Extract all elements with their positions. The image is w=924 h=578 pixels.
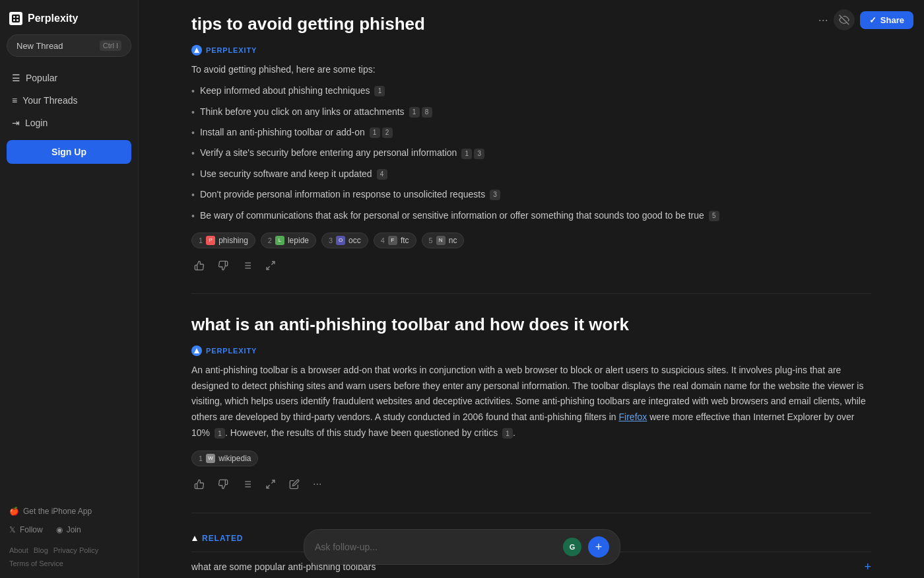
citation-badge: 8	[422, 107, 432, 118]
thread-1-intro: To avoid getting phished, here are some …	[191, 62, 871, 77]
eye-icon[interactable]	[834, 9, 855, 30]
wikipedia-favicon: W	[206, 454, 215, 463]
citation-badge: 1	[374, 86, 385, 96]
source-chip-lepide[interactable]: 2 L lepide	[261, 233, 316, 248]
followup-input[interactable]	[315, 542, 556, 552]
thread-1-list: Keep informed about phishing techniques …	[191, 83, 871, 223]
list-item: Think before you click on any links or a…	[191, 104, 871, 120]
edit-button[interactable]	[286, 476, 302, 492]
thread-1: tips to avoid getting phished PERPLEXITY…	[191, 13, 871, 294]
thread-2-source-label: PERPLEXITY	[206, 347, 257, 355]
thread-1-title: tips to avoid getting phished	[191, 13, 871, 36]
join-link[interactable]: ◉ Join	[53, 523, 84, 537]
related-label: RELATED	[202, 534, 244, 543]
popular-icon: ☰	[12, 73, 20, 83]
source-chip-occ[interactable]: 3 O occ	[321, 233, 368, 248]
firefox-link[interactable]: Firefox	[619, 412, 647, 422]
list-item: Don't provide personal information in re…	[191, 187, 871, 202]
related-plus-icon-1: +	[864, 560, 871, 574]
list-item: Keep informed about phishing techniques …	[191, 83, 871, 98]
privacy-link[interactable]: Privacy Policy	[53, 546, 98, 554]
sidebar-item-threads-label: Your Threads	[22, 95, 77, 106]
occ-favicon: O	[336, 236, 345, 245]
svg-rect-0	[12, 15, 20, 22]
new-thread-label: New Thread	[16, 41, 63, 51]
about-link[interactable]: About	[9, 546, 28, 554]
svg-line-19	[267, 485, 270, 488]
perplexity-icon-2	[191, 345, 202, 356]
perplexity-icon-1	[191, 45, 202, 55]
thread-2-actions: ···	[191, 476, 871, 493]
citation-badge: 3	[474, 149, 484, 159]
iphone-app-label: Get the iPhone App	[23, 507, 92, 516]
list-item: Be wary of communications that ask for p…	[191, 208, 871, 223]
more-options-button[interactable]: ···	[818, 13, 828, 27]
citation-badge: 1	[502, 428, 513, 439]
citation-badge: 1	[370, 127, 380, 138]
list-item: Install an anti-phishing toolbar or add-…	[191, 125, 871, 140]
svg-marker-20	[192, 536, 197, 541]
thread-1-actions	[191, 258, 871, 273]
thumbs-down-button-2[interactable]	[215, 476, 231, 492]
followup-bar: G +	[304, 529, 620, 565]
citation-badge: 1	[409, 107, 420, 118]
svg-line-9	[271, 262, 275, 265]
svg-marker-11	[194, 348, 199, 353]
sign-up-button[interactable]: Sign Up	[7, 140, 131, 164]
iphone-app-link[interactable]: 🍎 Get the iPhone App	[7, 504, 131, 519]
ftc-favicon: F	[388, 236, 397, 245]
sidebar-bottom: 🍎 Get the iPhone App 𝕏 Follow ◉ Join Abo…	[7, 504, 131, 570]
expand-button[interactable]	[263, 258, 279, 273]
sidebar-item-your-threads[interactable]: ≡ Your Threads	[7, 90, 131, 111]
share-button[interactable]: ✓ Share	[860, 11, 913, 29]
citation-badge: 2	[382, 127, 393, 138]
sidebar: Perplexity New Thread Ctrl I ☰ Popular ≡…	[0, 0, 139, 578]
footer-links: About Blog Privacy Policy Terms of Servi…	[7, 544, 131, 570]
login-icon: ⇥	[12, 118, 20, 128]
thumbs-up-button[interactable]	[191, 258, 207, 273]
thread-2-source: PERPLEXITY	[191, 345, 871, 356]
source-chip-phishing[interactable]: 1 P phishing	[191, 233, 255, 248]
thread-1-source: PERPLEXITY	[191, 45, 871, 55]
thumbs-up-button-2[interactable]	[191, 476, 207, 492]
share-icon: ✓	[869, 15, 876, 25]
list-view-button[interactable]	[239, 258, 255, 273]
source-chip-nc[interactable]: 5 N nc	[422, 233, 465, 248]
svg-line-10	[267, 266, 270, 270]
list-view-button-2[interactable]	[239, 476, 255, 492]
svg-line-18	[271, 480, 275, 484]
join-label: Join	[67, 525, 81, 534]
citation-badge: 1	[461, 149, 472, 159]
app-name: Perplexity	[28, 13, 78, 24]
sidebar-item-popular-label: Popular	[26, 73, 57, 83]
thread-2-body: An anti-phishing toolbar is a browser ad…	[191, 363, 871, 441]
source-chip-wikipedia[interactable]: 1 W wikipedia	[191, 451, 258, 466]
lepide-favicon: L	[275, 236, 284, 245]
threads-icon: ≡	[12, 95, 17, 106]
main-content: ··· ✓ Share tips to avoid getting phishe…	[139, 0, 924, 578]
nc-favicon: N	[436, 236, 446, 245]
thread-2-title: what is an anti-phishing toolbar and how…	[191, 314, 871, 336]
citation-badge: 5	[709, 211, 719, 221]
thread-1-source-label: PERPLEXITY	[206, 46, 257, 54]
top-bar: ··· ✓ Share	[818, 9, 913, 30]
new-thread-button[interactable]: New Thread Ctrl I	[7, 34, 131, 57]
list-item: Verify a site's security before entering…	[191, 145, 871, 161]
new-thread-shortcut: Ctrl I	[100, 40, 121, 51]
apple-icon: 🍎	[9, 507, 19, 516]
sidebar-item-popular[interactable]: ☰ Popular	[7, 67, 131, 89]
follow-link[interactable]: 𝕏 Follow	[7, 523, 46, 537]
discord-icon: ◉	[56, 525, 63, 534]
thread-1-sources: 1 P phishing 2 L lepide 3 O occ 4 F ftc …	[191, 233, 871, 248]
sidebar-item-login[interactable]: ⇥ Login	[7, 112, 131, 133]
terms-link[interactable]: Terms of Service	[9, 560, 63, 567]
source-chip-ftc[interactable]: 4 F ftc	[374, 233, 416, 248]
followup-add-button[interactable]: +	[588, 536, 609, 558]
thumbs-down-button[interactable]	[215, 258, 231, 273]
blog-link[interactable]: Blog	[34, 546, 48, 554]
citation-badge: 4	[377, 169, 387, 180]
citation-badge: 1	[214, 428, 225, 439]
more-button[interactable]: ···	[310, 476, 324, 493]
expand-button-2[interactable]	[263, 476, 279, 492]
svg-marker-2	[194, 48, 199, 53]
